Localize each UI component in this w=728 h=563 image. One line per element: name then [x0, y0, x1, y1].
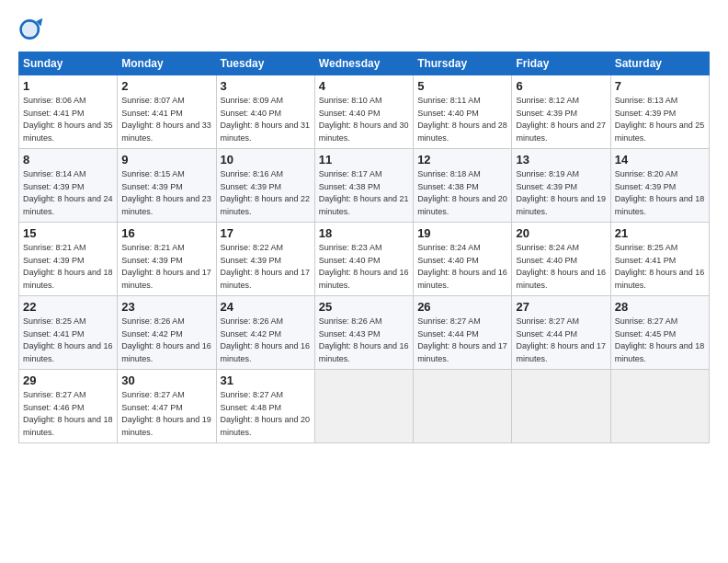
day-number: 12 — [417, 153, 507, 167]
day-info: Sunrise: 8:13 AMSunset: 4:39 PMDaylight:… — [615, 96, 705, 143]
day-number: 1 — [23, 79, 113, 93]
calendar-cell: 11 Sunrise: 8:17 AMSunset: 4:38 PMDaylig… — [314, 149, 413, 223]
day-number: 24 — [221, 300, 311, 314]
day-number: 27 — [516, 300, 606, 314]
day-number: 7 — [615, 79, 705, 93]
header — [18, 17, 710, 42]
weekday-header: Saturday — [610, 52, 709, 75]
calendar-week-row: 1 Sunrise: 8:06 AMSunset: 4:41 PMDayligh… — [19, 75, 710, 149]
day-info: Sunrise: 8:15 AMSunset: 4:39 PMDaylight:… — [121, 169, 211, 216]
weekday-header: Sunday — [19, 52, 118, 75]
calendar-cell: 17 Sunrise: 8:22 AMSunset: 4:39 PMDaylig… — [216, 223, 314, 296]
page: SundayMondayTuesdayWednesdayThursdayFrid… — [0, 0, 728, 454]
day-info: Sunrise: 8:09 AMSunset: 4:40 PMDaylight:… — [221, 96, 311, 143]
calendar-cell: 26 Sunrise: 8:27 AMSunset: 4:44 PMDaylig… — [414, 296, 512, 370]
day-info: Sunrise: 8:19 AMSunset: 4:39 PMDaylight:… — [516, 169, 606, 216]
calendar-cell: 29 Sunrise: 8:27 AMSunset: 4:46 PMDaylig… — [19, 370, 118, 443]
calendar-week-row: 29 Sunrise: 8:27 AMSunset: 4:46 PMDaylig… — [19, 370, 710, 443]
weekday-header-row: SundayMondayTuesdayWednesdayThursdayFrid… — [19, 52, 710, 75]
calendar-cell: 19 Sunrise: 8:24 AMSunset: 4:40 PMDaylig… — [414, 223, 512, 296]
calendar-cell: 20 Sunrise: 8:24 AMSunset: 4:40 PMDaylig… — [512, 223, 610, 296]
logo-icon — [18, 17, 44, 42]
day-number: 25 — [319, 300, 409, 314]
day-info: Sunrise: 8:07 AMSunset: 4:41 PMDaylight:… — [121, 96, 211, 143]
day-info: Sunrise: 8:26 AMSunset: 4:42 PMDaylight:… — [121, 316, 211, 363]
day-info: Sunrise: 8:27 AMSunset: 4:47 PMDaylight:… — [121, 390, 211, 437]
calendar-cell: 31 Sunrise: 8:27 AMSunset: 4:48 PMDaylig… — [216, 370, 314, 443]
day-number: 19 — [417, 226, 507, 240]
weekday-header: Friday — [512, 52, 610, 75]
calendar-cell: 9 Sunrise: 8:15 AMSunset: 4:39 PMDayligh… — [118, 149, 216, 223]
day-info: Sunrise: 8:27 AMSunset: 4:44 PMDaylight:… — [417, 316, 507, 363]
weekday-header: Monday — [118, 52, 216, 75]
day-info: Sunrise: 8:22 AMSunset: 4:39 PMDaylight:… — [221, 243, 311, 290]
calendar-cell: 12 Sunrise: 8:18 AMSunset: 4:38 PMDaylig… — [414, 149, 512, 223]
calendar-cell — [414, 370, 512, 443]
day-info: Sunrise: 8:11 AMSunset: 4:40 PMDaylight:… — [417, 96, 507, 143]
calendar-cell: 3 Sunrise: 8:09 AMSunset: 4:40 PMDayligh… — [216, 75, 314, 149]
calendar-cell: 5 Sunrise: 8:11 AMSunset: 4:40 PMDayligh… — [414, 75, 512, 149]
day-number: 5 — [417, 79, 507, 93]
day-info: Sunrise: 8:27 AMSunset: 4:45 PMDaylight:… — [615, 316, 705, 363]
calendar-cell: 16 Sunrise: 8:21 AMSunset: 4:39 PMDaylig… — [118, 223, 216, 296]
day-info: Sunrise: 8:12 AMSunset: 4:39 PMDaylight:… — [516, 96, 606, 143]
day-number: 3 — [221, 79, 311, 93]
day-number: 10 — [221, 153, 311, 167]
day-info: Sunrise: 8:06 AMSunset: 4:41 PMDaylight:… — [23, 96, 113, 143]
day-number: 26 — [417, 300, 507, 314]
calendar-cell — [610, 370, 709, 443]
day-info: Sunrise: 8:16 AMSunset: 4:39 PMDaylight:… — [221, 169, 311, 216]
calendar-cell: 23 Sunrise: 8:26 AMSunset: 4:42 PMDaylig… — [118, 296, 216, 370]
calendar-cell: 7 Sunrise: 8:13 AMSunset: 4:39 PMDayligh… — [610, 75, 709, 149]
day-info: Sunrise: 8:26 AMSunset: 4:43 PMDaylight:… — [319, 316, 409, 363]
day-info: Sunrise: 8:18 AMSunset: 4:38 PMDaylight:… — [417, 169, 507, 216]
weekday-header: Tuesday — [216, 52, 314, 75]
day-number: 20 — [516, 226, 606, 240]
day-info: Sunrise: 8:21 AMSunset: 4:39 PMDaylight:… — [121, 243, 211, 290]
calendar-week-row: 8 Sunrise: 8:14 AMSunset: 4:39 PMDayligh… — [19, 149, 710, 223]
day-number: 28 — [615, 300, 705, 314]
day-number: 29 — [23, 373, 113, 387]
calendar-cell — [512, 370, 610, 443]
day-info: Sunrise: 8:27 AMSunset: 4:48 PMDaylight:… — [221, 390, 311, 437]
day-info: Sunrise: 8:27 AMSunset: 4:46 PMDaylight:… — [23, 390, 113, 437]
day-number: 23 — [121, 300, 211, 314]
calendar-cell: 14 Sunrise: 8:20 AMSunset: 4:39 PMDaylig… — [610, 149, 709, 223]
day-number: 18 — [319, 226, 409, 240]
calendar-cell: 15 Sunrise: 8:21 AMSunset: 4:39 PMDaylig… — [19, 223, 118, 296]
day-info: Sunrise: 8:10 AMSunset: 4:40 PMDaylight:… — [319, 96, 409, 143]
day-number: 16 — [121, 226, 211, 240]
weekday-header: Wednesday — [314, 52, 413, 75]
day-number: 13 — [516, 153, 606, 167]
day-number: 11 — [319, 153, 409, 167]
day-number: 30 — [121, 373, 211, 387]
day-info: Sunrise: 8:26 AMSunset: 4:42 PMDaylight:… — [221, 316, 311, 363]
calendar-cell: 1 Sunrise: 8:06 AMSunset: 4:41 PMDayligh… — [19, 75, 118, 149]
calendar-cell: 24 Sunrise: 8:26 AMSunset: 4:42 PMDaylig… — [216, 296, 314, 370]
logo — [18, 17, 48, 42]
day-info: Sunrise: 8:25 AMSunset: 4:41 PMDaylight:… — [23, 316, 113, 363]
day-info: Sunrise: 8:25 AMSunset: 4:41 PMDaylight:… — [615, 243, 705, 290]
day-number: 31 — [221, 373, 311, 387]
day-info: Sunrise: 8:21 AMSunset: 4:39 PMDaylight:… — [23, 243, 113, 290]
day-number: 17 — [221, 226, 311, 240]
calendar-cell: 18 Sunrise: 8:23 AMSunset: 4:40 PMDaylig… — [314, 223, 413, 296]
weekday-header: Thursday — [414, 52, 512, 75]
day-info: Sunrise: 8:27 AMSunset: 4:44 PMDaylight:… — [516, 316, 606, 363]
calendar-table: SundayMondayTuesdayWednesdayThursdayFrid… — [18, 52, 710, 443]
calendar-cell: 22 Sunrise: 8:25 AMSunset: 4:41 PMDaylig… — [19, 296, 118, 370]
calendar-cell: 21 Sunrise: 8:25 AMSunset: 4:41 PMDaylig… — [610, 223, 709, 296]
day-number: 21 — [615, 226, 705, 240]
calendar-cell: 10 Sunrise: 8:16 AMSunset: 4:39 PMDaylig… — [216, 149, 314, 223]
calendar-cell: 4 Sunrise: 8:10 AMSunset: 4:40 PMDayligh… — [314, 75, 413, 149]
calendar-cell: 6 Sunrise: 8:12 AMSunset: 4:39 PMDayligh… — [512, 75, 610, 149]
calendar-cell: 8 Sunrise: 8:14 AMSunset: 4:39 PMDayligh… — [19, 149, 118, 223]
calendar-week-row: 15 Sunrise: 8:21 AMSunset: 4:39 PMDaylig… — [19, 223, 710, 296]
day-number: 4 — [319, 79, 409, 93]
calendar-cell: 2 Sunrise: 8:07 AMSunset: 4:41 PMDayligh… — [118, 75, 216, 149]
calendar-week-row: 22 Sunrise: 8:25 AMSunset: 4:41 PMDaylig… — [19, 296, 710, 370]
day-info: Sunrise: 8:24 AMSunset: 4:40 PMDaylight:… — [516, 243, 606, 290]
day-number: 22 — [23, 300, 113, 314]
calendar-cell: 27 Sunrise: 8:27 AMSunset: 4:44 PMDaylig… — [512, 296, 610, 370]
day-number: 15 — [23, 226, 113, 240]
